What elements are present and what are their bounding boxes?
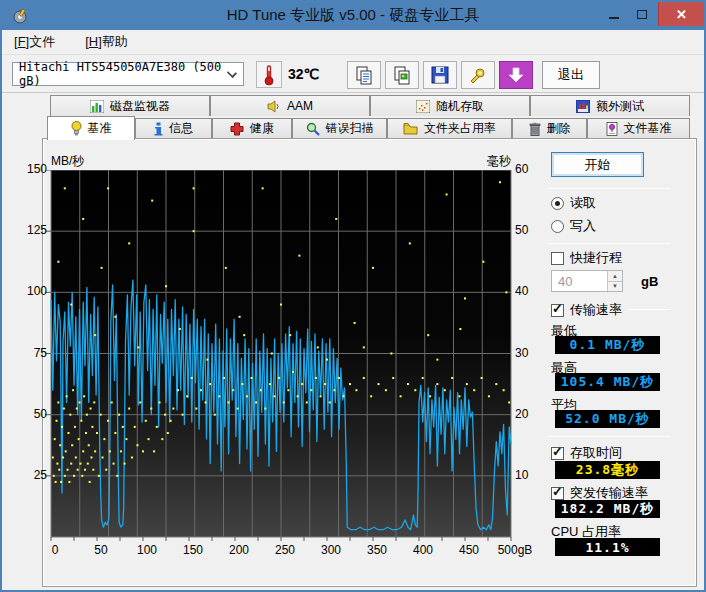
copy-text-icon <box>354 65 374 85</box>
max-value-display: 105.4 MB/秒 <box>555 373 660 391</box>
bar-chart-icon <box>90 100 104 113</box>
info-icon <box>154 122 163 136</box>
tab-folder-usage[interactable]: 文件夹占用率 <box>387 118 512 139</box>
menu-help[interactable]: [H]帮助 <box>81 31 132 53</box>
tab-health[interactable]: 健康 <box>212 118 292 139</box>
app-window: HD Tune 专业版 v5.00 - 硬盘专业工具 ✕ [F]文件 [H]帮助… <box>0 0 706 592</box>
transfer-rate-box: ✓ <box>551 304 564 317</box>
trash-icon <box>529 122 541 136</box>
burst-rate-box: ✓ <box>551 487 564 500</box>
access-time-label: 存取时间 <box>570 444 622 462</box>
radio-read[interactable]: 读取 <box>551 194 596 212</box>
extra-chart-icon <box>576 100 590 113</box>
spinner-buttons[interactable]: ▲▼ <box>607 271 622 291</box>
benchmark-chart: MB/秒 毫秒 150125100755025 605040302010 050… <box>51 170 551 590</box>
drive-select-value: Hitachi HTS545050A7E380 (500 gB) <box>19 60 243 88</box>
tab-extra-tests[interactable]: 额外测试 <box>530 95 690 116</box>
tab-row-primary: 基准 信息 健康 错误扫描 文件夹占用率 删除 文件基准 <box>2 116 704 139</box>
benchmark-chart-svg <box>45 170 513 544</box>
temperature-value: 32℃ <box>288 66 319 82</box>
access-time-box: ✓ <box>551 447 564 460</box>
maximize-button[interactable] <box>628 2 656 26</box>
menu-bar: [F]文件 [H]帮助 <box>2 30 704 55</box>
benchmark-bulb-icon <box>71 121 82 136</box>
save-icon <box>430 65 450 85</box>
toolbar: Hitachi HTS545050A7E380 (500 gB) 32℃ <box>2 55 704 93</box>
scatter-icon <box>416 100 430 113</box>
maximize-icon <box>637 10 647 19</box>
radio-write[interactable]: 写入 <box>551 217 596 235</box>
menu-file[interactable]: [F]文件 <box>10 31 59 53</box>
title-bar: HD Tune 专业版 v5.00 - 硬盘专业工具 ✕ <box>2 2 704 30</box>
temperature-button[interactable] <box>256 61 282 88</box>
tab-benchmark[interactable]: 基准 <box>47 116 135 140</box>
radio-read-control <box>551 197 564 210</box>
drive-select-dropdown[interactable]: Hitachi HTS545050A7E380 (500 gB) <box>12 62 244 86</box>
access-time-display: 23.8毫秒 <box>555 461 660 479</box>
capture-button[interactable] <box>499 61 533 89</box>
tab-disk-monitor[interactable]: 磁盘监视器 <box>50 95 210 116</box>
tools-icon <box>468 65 488 85</box>
close-button[interactable]: ✕ <box>658 2 704 26</box>
copy-image-icon <box>392 65 412 85</box>
tab-error-scan[interactable]: 错误扫描 <box>292 118 387 139</box>
save-button[interactable] <box>423 61 457 89</box>
tab-aam[interactable]: AAM <box>210 95 370 116</box>
file-benchmark-icon <box>606 122 618 136</box>
minimize-button[interactable] <box>600 2 628 26</box>
separator <box>548 436 670 437</box>
spin-up-icon[interactable]: ▲ <box>608 271 622 281</box>
folder-icon <box>403 122 418 135</box>
tab-erase[interactable]: 删除 <box>512 118 587 139</box>
separator <box>548 188 670 189</box>
close-icon: ✕ <box>676 7 687 22</box>
tab-file-benchmark[interactable]: 文件基准 <box>587 118 690 139</box>
magnifier-icon <box>306 122 320 136</box>
thermometer-icon <box>263 64 275 86</box>
minimize-icon <box>609 17 619 19</box>
tab-row-secondary: 磁盘监视器 AAM 随机存取 额外测试 <box>2 95 704 116</box>
benchmark-page: MB/秒 毫秒 150125100755025 605040302010 050… <box>42 138 697 587</box>
burst-rate-display: 182.2 MB/秒 <box>555 500 660 518</box>
tab-info[interactable]: 信息 <box>135 118 212 139</box>
min-value-display: 0.1 MB/秒 <box>555 336 660 354</box>
cpu-usage-display: 11.1% <box>555 538 660 556</box>
exit-button[interactable]: 退出 <box>542 61 600 89</box>
avg-value-display: 52.0 MB/秒 <box>555 410 660 428</box>
copy-image-button[interactable] <box>385 61 419 89</box>
access-time-checkbox[interactable]: ✓ 存取时间 <box>551 444 622 462</box>
health-cross-icon <box>230 122 244 136</box>
short-stroke-label: 快捷行程 <box>570 249 622 267</box>
tab-random-access[interactable]: 随机存取 <box>370 95 530 116</box>
short-stroke-box: ✓ <box>551 252 564 265</box>
transfer-rate-label: 传输速率 <box>570 301 622 319</box>
separator <box>548 243 670 244</box>
speaker-icon <box>267 100 281 113</box>
start-button[interactable]: 开始 <box>551 152 644 177</box>
radio-write-label: 写入 <box>570 217 596 235</box>
window-title: HD Tune 专业版 v5.00 - 硬盘专业工具 <box>2 6 704 25</box>
copy-text-button[interactable] <box>347 61 381 89</box>
short-stroke-checkbox[interactable]: ✓ 快捷行程 <box>551 249 622 267</box>
down-arrow-icon <box>507 66 525 84</box>
transfer-rate-checkbox[interactable]: ✓ 传输速率 <box>551 301 628 319</box>
radio-write-control <box>551 220 564 233</box>
options-button[interactable] <box>461 61 495 89</box>
stroke-size-value: 40 <box>558 274 572 289</box>
stroke-unit-label: gB <box>641 274 658 289</box>
spin-down-icon[interactable]: ▼ <box>608 281 622 292</box>
stroke-size-spinner[interactable]: 40 ▲▼ <box>551 270 623 292</box>
radio-read-label: 读取 <box>570 194 596 212</box>
